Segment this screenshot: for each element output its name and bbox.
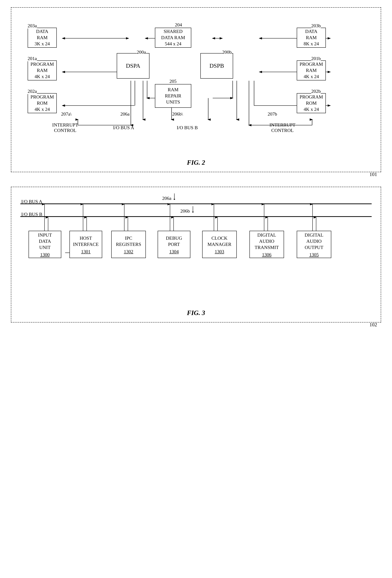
prog-ram-a-l2: RAM [37, 67, 47, 74]
data-ram-a-line3: 3K x 24 [35, 41, 50, 47]
prog-ram-b-l3: 4K x 24 [304, 74, 319, 80]
prog-rom-b-l3: 4K x 24 [304, 106, 319, 112]
ref-205: 205 [169, 79, 177, 84]
prog-rom-a-l2: ROM [37, 100, 47, 106]
data-ram-a-box: DATA RAM 3K x 24 [28, 28, 57, 48]
idu-number: 1300 [40, 252, 50, 258]
ram-repair-box: RAM REPAIR UNITS [155, 84, 191, 108]
prog-rom-b-l1: PROGRAM [300, 94, 323, 100]
prog-ram-b-l1: PROGRAM [300, 61, 323, 67]
io-bus-b-line [20, 216, 372, 217]
ram-repair-l3: UNITS [166, 99, 180, 105]
data-ram-a-line1: DATA [36, 28, 48, 35]
dat-l1: DIGITAL [257, 232, 276, 238]
ipc-l2: REGISTERS [116, 241, 141, 247]
interrupt-control-b-label: INTERRUPTCONTROL [270, 122, 295, 133]
dao-l3: OUTPUT [305, 244, 323, 251]
prog-rom-b-l2: ROM [306, 100, 316, 106]
host-interface-box: HOST INTERFACE 1301 [70, 231, 102, 258]
fig2-diagram: DATA RAM 3K x 24 203a SHARED DATA RAM 54… [17, 13, 375, 155]
dspb-box: DSPB [200, 53, 233, 79]
cm-number: 1303 [215, 249, 224, 255]
io-bus-b-label: I/O BUS B [177, 125, 198, 131]
idu-l2: DATA [39, 238, 51, 244]
bus-a-ref-label: 206a [162, 193, 178, 201]
dspb-label: DSPB [209, 62, 224, 70]
fig3-title: FIG. 3 [17, 309, 375, 317]
fig3-wrapper: I/O BUS A 206a I/O BUS B 206b [11, 187, 381, 323]
fig2-ref: 101 [369, 171, 377, 177]
dp-number: 1304 [169, 249, 179, 255]
ref-207a: 207a\ [61, 111, 72, 117]
hi-l2: INTERFACE [73, 241, 99, 247]
idu-l1: INPUT [38, 232, 52, 238]
dp-l1: DEBUG [166, 235, 182, 241]
data-ram-a-line2: RAM [37, 35, 47, 41]
clock-manager-box: CLOCK MANAGER 1303 [202, 231, 237, 258]
io-bus-b-fig3-label: I/O BUS B [21, 212, 42, 217]
dao-l2: AUDIO [306, 238, 322, 244]
shared-ram-line3: 544 x 24 [165, 41, 181, 47]
ref-202b: 202b [311, 89, 321, 94]
dao-number: 1305 [309, 252, 319, 258]
prog-ram-b-l2: RAM [306, 67, 316, 74]
shared-ram-line1: SHARED [164, 28, 183, 35]
idu-l3: UNIT [39, 244, 50, 251]
ram-repair-l2: REPAIR [165, 93, 181, 99]
io-bus-a-line [20, 203, 372, 204]
data-ram-b-line1: DATA [305, 28, 317, 35]
program-rom-a-box: PROGRAM ROM 4K x 24 [28, 93, 57, 113]
ref-203b: 203b [311, 23, 321, 29]
dat-number: 1306 [262, 252, 272, 258]
io-bus-a-fig3-label: I/O BUS A [21, 199, 42, 204]
digital-audio-transmit-box: DIGITAL AUDIO TRANSMIT 1306 [249, 231, 284, 258]
fig3-diagram: I/O BUS A 206a I/O BUS B 206b [17, 193, 375, 305]
ref-200a: 200a [137, 49, 146, 55]
dspa-box: DSPA [117, 53, 150, 79]
bus-b-ref-label: 206b [180, 205, 196, 214]
dp-l2: PORT [168, 241, 180, 247]
program-rom-b-box: PROGRAM ROM 4K x 24 [297, 93, 326, 113]
interrupt-control-a-label: INTERRUPTCONTROL [52, 122, 78, 133]
dat-l2: AUDIO [259, 238, 274, 244]
dat-l3: TRANSMIT [255, 244, 279, 251]
dspa-label: DSPA [126, 62, 140, 70]
program-ram-b-box: PROGRAM RAM 4K x 24 [297, 60, 326, 80]
ipc-l1: IPC [125, 235, 132, 241]
hi-l1: HOST [80, 235, 92, 241]
ref-203a: 203a [28, 23, 37, 29]
data-ram-b-line3: 8K x 24 [304, 41, 319, 47]
prog-rom-a-l3: 4K x 24 [35, 106, 50, 112]
ref-207b: 207b [268, 111, 277, 117]
data-ram-b-box: DATA RAM 8K x 24 [297, 28, 326, 48]
program-ram-a-box: PROGRAM RAM 4K x 24 [28, 60, 57, 80]
prog-ram-a-l1: PROGRAM [31, 61, 54, 67]
fig3-ref: 102 [369, 322, 377, 328]
io-bus-a-label: I/O BUS A [113, 125, 134, 131]
debug-port-box: DEBUG PORT 1304 [158, 231, 190, 258]
ref-201b: 201b [311, 56, 321, 61]
cm-l2: MANAGER [207, 241, 231, 247]
data-ram-b-line2: RAM [306, 35, 316, 41]
ref-202a: 202a [28, 89, 37, 94]
ref-206b: 206b\ [172, 111, 183, 117]
hi-number: 1301 [81, 249, 90, 255]
cm-l1: CLOCK [211, 235, 228, 241]
shared-data-ram-box: SHARED DATA RAM 544 x 24 [155, 28, 191, 48]
ipc-registers-box: IPC REGISTERS 1302 [111, 231, 146, 258]
ref-204: 204 [175, 22, 182, 28]
ref-201a: 201a [28, 56, 37, 61]
ref-200b: 200b [222, 49, 232, 55]
shared-ram-line2: DATA RAM [161, 35, 185, 41]
dao-l1: DIGITAL [305, 232, 323, 238]
ref-206a: 206a [120, 111, 130, 117]
digital-audio-output-box: DIGITAL AUDIO OUTPUT 1305 [297, 231, 331, 258]
input-data-unit-box: INPUT DATA UNIT 1300 [29, 231, 61, 258]
page-container: DATA RAM 3K x 24 203a SHARED DATA RAM 54… [11, 7, 381, 323]
prog-rom-a-l1: PROGRAM [31, 94, 54, 100]
fig2-title: FIG. 2 [17, 159, 375, 166]
fig2-wrapper: DATA RAM 3K x 24 203a SHARED DATA RAM 54… [11, 7, 381, 172]
ipc-number: 1302 [124, 249, 133, 255]
prog-ram-a-l3: 4K x 24 [35, 74, 50, 80]
ram-repair-l1: RAM [168, 87, 178, 93]
